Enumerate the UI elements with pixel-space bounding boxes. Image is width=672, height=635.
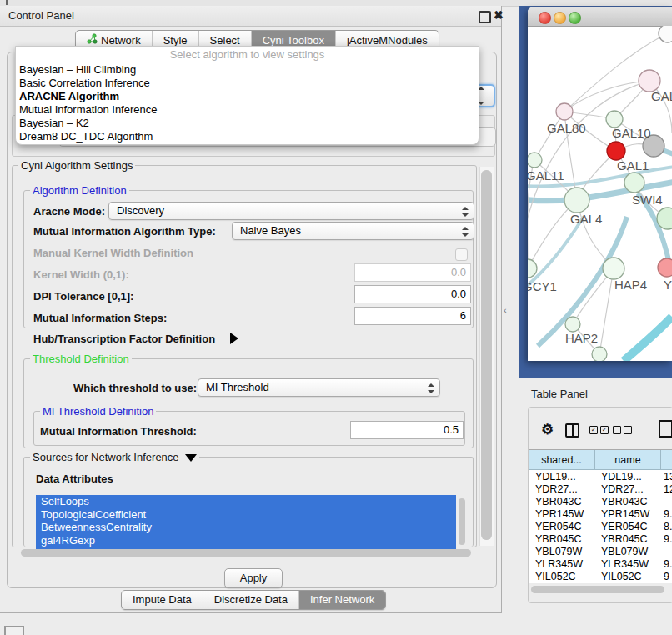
- cyni-tab-discretize-data[interactable]: Discretize Data: [203, 591, 298, 609]
- table-cell: YBR045C: [535, 533, 594, 545]
- cyni-algorithm-settings-label: Cyni Algorithm Settings: [18, 159, 135, 172]
- network-window[interactable]: GALGAL80GAL10GAL1GAL11SWI4GAL4GCY1HAP4YH…: [528, 8, 672, 361]
- close-icon[interactable]: ✖: [494, 8, 504, 22]
- network-node[interactable]: [659, 26, 672, 42]
- network-node-gal11[interactable]: [528, 152, 542, 168]
- table-row[interactable]: YER054CYER054C8.: [529, 521, 672, 533]
- data-attribute-item[interactable]: SelfLoops: [36, 495, 456, 508]
- network-node-gal10[interactable]: [606, 111, 623, 128]
- hub-tf-definition-label: Hub/Transcription Factor Definition: [33, 332, 215, 345]
- deselect-all-columns-icon[interactable]: [613, 426, 632, 434]
- algorithm-option[interactable]: Bayesian – Hill Climbing: [16, 63, 479, 77]
- mi-steps-field[interactable]: 6: [354, 307, 471, 325]
- table-row[interactable]: YBR043CYBR043C: [529, 496, 672, 508]
- aracne-mode-combo[interactable]: Discovery: [108, 202, 474, 220]
- algorithm-option[interactable]: Bayesian – K2: [16, 117, 479, 130]
- table-row[interactable]: YDR27...YDR27...12: [529, 483, 672, 496]
- control-panel: Control Panel ✖ NetworkStyleSelectCyni T…: [0, 6, 502, 613]
- data-attribute-item[interactable]: BetweennessCentrality: [36, 521, 456, 534]
- table-cell: YLR345W: [535, 558, 594, 570]
- network-node[interactable]: [592, 347, 607, 361]
- network-node-hap4[interactable]: [603, 258, 624, 279]
- sources-label-text: Sources for Network Inference: [33, 451, 179, 463]
- network-node-hap2[interactable]: [565, 317, 580, 332]
- expand-arrow-icon[interactable]: [230, 332, 238, 344]
- table-cell: YER054C: [535, 521, 594, 532]
- table-cell: YBL079W: [535, 546, 594, 558]
- table-column-header[interactable]: A: [661, 450, 672, 470]
- network-graph[interactable]: GALGAL80GAL10GAL1GAL11SWI4GAL4GCY1HAP4YH…: [528, 26, 672, 361]
- algorithm-option[interactable]: Dream8 DC_TDC Algorithm: [16, 130, 479, 143]
- network-node-y[interactable]: [658, 258, 672, 277]
- threshold-definition-label: Threshold Definition: [30, 352, 132, 365]
- table-cell: 12: [664, 483, 672, 495]
- cyni-tab-label: Infer Network: [310, 593, 374, 606]
- settings-scrollbar-thumb[interactable]: [481, 170, 492, 540]
- mi-threshold-field[interactable]: 0.5: [350, 421, 464, 439]
- algorithm-option[interactable]: ARACNE Algorithm: [16, 90, 479, 103]
- table-cell: YBR045C: [601, 533, 659, 545]
- algorithm-option[interactable]: Mutual Information Inference: [16, 103, 479, 117]
- table-row[interactable]: YBL079WYBL079W: [529, 546, 672, 558]
- dpi-tolerance-label: DPI Tolerance [0,1]:: [33, 290, 133, 302]
- float-window-icon[interactable]: [479, 11, 491, 23]
- network-node-gcy1[interactable]: [528, 259, 537, 278]
- table-cell: 13: [664, 471, 672, 482]
- attributes-scrollbar-thumb[interactable]: [459, 498, 465, 545]
- network-node-label: GAL10: [612, 126, 651, 140]
- tab-label: Network: [101, 34, 141, 47]
- minimize-traffic-light-icon[interactable]: [554, 12, 566, 24]
- table-header-row: shared...nameA: [529, 450, 672, 470]
- panel-divider-handle[interactable]: ‹: [504, 305, 507, 315]
- table-cell: YIL052C: [535, 571, 594, 582]
- table-row[interactable]: YBR045CYBR045C9.: [529, 533, 672, 546]
- kernel-width-field[interactable]: 0.0: [354, 263, 471, 282]
- which-threshold-label: Which threshold to use:: [73, 382, 197, 394]
- which-threshold-value: MI Threshold: [206, 381, 269, 393]
- settings-hscrollbar-thumb[interactable]: [21, 549, 471, 557]
- network-window-titlebar[interactable]: [528, 8, 672, 27]
- network-edge[interactable]: [599, 268, 614, 354]
- network-node-gal80[interactable]: [556, 103, 573, 120]
- network-node-gal1[interactable]: [607, 142, 625, 160]
- control-panel-title: Control Panel: [8, 9, 74, 22]
- table-row[interactable]: YDL19...YDL19...13: [529, 471, 672, 483]
- algorithm-option[interactable]: Basic Correlation Inference: [16, 77, 479, 90]
- network-node-gal4[interactable]: [564, 188, 589, 212]
- cyni-tab-impute-data[interactable]: Impute Data: [122, 591, 203, 609]
- data-attribute-item[interactable]: gal4RGexp: [36, 534, 456, 548]
- zoom-traffic-light-icon[interactable]: [569, 12, 581, 24]
- select-all-columns-icon[interactable]: ✓ ✓: [589, 426, 609, 434]
- network-icon: [87, 33, 98, 47]
- cyni-tab-infer-network[interactable]: Infer Network: [298, 591, 385, 609]
- table-column-header[interactable]: name: [595, 450, 661, 470]
- export-table-icon[interactable]: [659, 420, 672, 438]
- data-attribute-item[interactable]: TopologicalCoefficient: [36, 508, 456, 522]
- which-threshold-combo[interactable]: MI Threshold: [198, 378, 440, 397]
- algorithm-popup-hint: Select algorithm to view settings: [16, 47, 479, 63]
- table-hscrollbar-thumb[interactable]: [531, 586, 664, 593]
- table-row[interactable]: YLR345WYLR345W9.: [529, 558, 672, 571]
- mi-algorithm-type-label: Mutual Information Algorithm Type:: [33, 225, 216, 238]
- checked-box-icon: ✓: [589, 426, 598, 434]
- close-traffic-light-icon[interactable]: [539, 12, 551, 24]
- unchecked-box-icon: [613, 426, 621, 434]
- mi-threshold-definition-label: MI Threshold Definition: [40, 405, 156, 418]
- network-node-swi4[interactable]: [624, 172, 644, 192]
- table-row[interactable]: YIL052CYIL052C9: [529, 571, 672, 583]
- dpi-tolerance-field[interactable]: 0.0: [354, 285, 471, 303]
- network-edge[interactable]: [624, 317, 672, 361]
- data-attributes-list[interactable]: SelfLoopsTopologicalCoefficientBetweenne…: [36, 495, 456, 550]
- minimized-panel-icon[interactable]: [4, 626, 24, 635]
- gear-icon[interactable]: ⚙: [541, 421, 554, 438]
- table-column-header[interactable]: shared...: [529, 450, 595, 470]
- manual-kernel-width-checkbox[interactable]: [455, 248, 468, 261]
- apply-button[interactable]: Apply: [224, 568, 283, 588]
- column-manager-icon[interactable]: [565, 423, 579, 438]
- table-cell: YPR145W: [535, 508, 594, 520]
- mi-algorithm-type-combo[interactable]: Naive Bayes: [232, 222, 474, 240]
- network-node-label: SWI4: [632, 192, 663, 207]
- table-row[interactable]: YPR145WYPR145W9.: [529, 508, 672, 521]
- collapse-arrow-icon[interactable]: [185, 454, 197, 462]
- node-table[interactable]: shared...nameA YDL19...YDL19...13YDR27..…: [529, 449, 672, 583]
